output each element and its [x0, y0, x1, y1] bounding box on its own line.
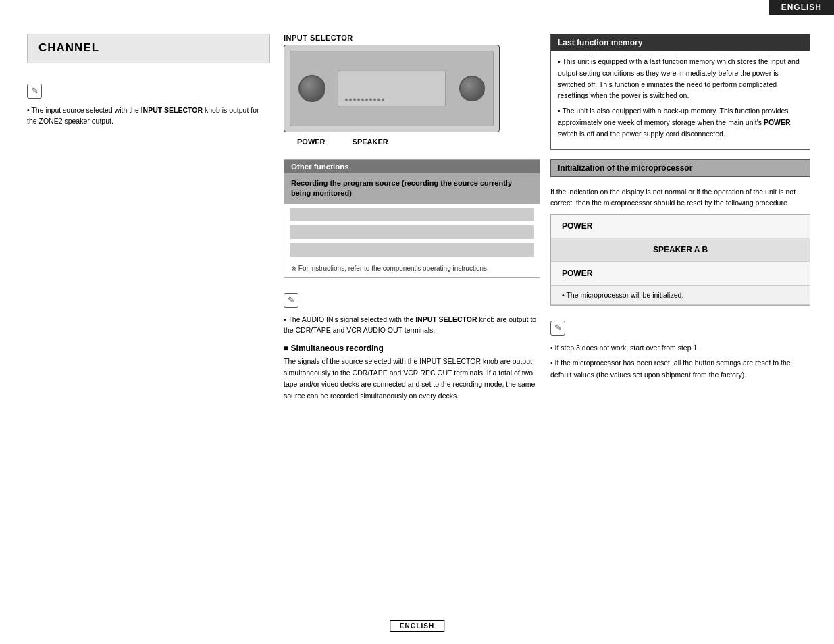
init-description: If the indication on the display is not …: [550, 186, 810, 209]
note-icon: ✎: [27, 84, 42, 99]
center-note-section: ✎ • The AUDIO IN's signal selected with …: [284, 285, 540, 336]
device-knob-left: [298, 75, 325, 102]
bottom-english-label: ENGLISH: [390, 620, 444, 632]
right-note-text: • If step 3 does not work, start over fr…: [550, 342, 810, 381]
device-knob-right: [459, 76, 485, 101]
language-tab: ENGLISH: [769, 0, 834, 15]
gray-bar-3: [290, 243, 534, 257]
gray-bar-2: [290, 225, 534, 239]
right-note-icon: ✎: [550, 321, 565, 336]
power-speaker-labels: POWER SPEAKER: [297, 138, 540, 146]
audio-note: • The AUDIO IN's signal selected with th…: [284, 315, 540, 336]
step2-row: SPEAKER A B: [551, 238, 810, 262]
right-note2: • If the microprocessor has been reset, …: [550, 357, 810, 381]
right-column: Last function memory • This unit is equi…: [550, 34, 810, 381]
device-inner: [290, 51, 494, 126]
last-function-text1: • This unit is equipped with a last func…: [558, 56, 803, 101]
recording-header: Recording the program source (recording …: [284, 173, 540, 204]
other-functions-header: Other functions: [284, 160, 540, 173]
sim-recording-text: The signals of the source selected with …: [284, 356, 540, 401]
init-header: Initialization of the microprocessor: [551, 160, 810, 176]
step3-row: POWER: [551, 262, 810, 286]
last-function-box: Last function memory • This unit is equi…: [550, 34, 810, 150]
step-bullet: • The microprocessor will be initialized…: [551, 286, 810, 305]
init-section: Initialization of the microprocessor If …: [550, 159, 810, 306]
center-column: INPUT SELECTOR: [284, 34, 540, 401]
channel-note: • The input source selected with the INP…: [27, 105, 270, 127]
other-functions-box: Other functions Recording the program so…: [284, 159, 540, 278]
init-steps-box: POWER SPEAKER A B POWER • The microproce…: [550, 214, 810, 306]
step1-row: POWER: [551, 215, 810, 238]
left-column: CHANNEL ✎ • The input source selected wi…: [27, 34, 270, 127]
sim-recording-title: Simultaneous recording: [284, 344, 540, 353]
input-selector-label: INPUT SELECTOR: [284, 34, 540, 42]
right-note-section: ✎ • If step 3 does not work, start over …: [550, 313, 810, 381]
device-display: [338, 70, 446, 107]
center-note-icon: ✎: [284, 293, 298, 308]
channel-title: CHANNEL: [38, 41, 259, 55]
last-function-body: • This unit is equipped with a last func…: [551, 51, 810, 149]
asterisk-note: ※ For instructions, refer to the compone…: [284, 261, 540, 277]
power-label: POWER: [297, 138, 325, 146]
last-function-header: Last function memory: [551, 34, 810, 51]
last-function-text2: • The unit is also equipped with a back-…: [558, 105, 803, 139]
speaker-label: SPEAKER: [353, 138, 388, 146]
device-illustration: [284, 45, 500, 132]
channel-box: CHANNEL: [27, 34, 270, 63]
init-box: Initialization of the microprocessor: [550, 159, 810, 177]
right-note1: • If step 3 does not work, start over fr…: [550, 342, 810, 354]
gray-bar-1: [290, 208, 534, 221]
